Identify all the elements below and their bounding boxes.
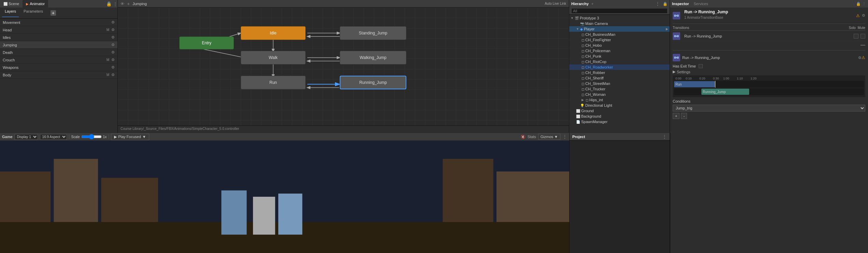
aspect-select[interactable]: 16:9 Aspect — [40, 134, 67, 140]
add-condition-btn[interactable]: + — [673, 113, 680, 119]
graph-add-btn[interactable]: + — [127, 1, 130, 6]
second-transition-row: Run -> Running_Jump ⚙ ⚠ — [673, 53, 865, 63]
tree-item-sheriff[interactable]: ◻ CH_Sheriff — [569, 75, 670, 81]
gear-icon-weapons[interactable]: ⚙ — [111, 65, 115, 70]
gear-icon-body[interactable]: ⚙ — [111, 73, 115, 77]
tree-item-businessman[interactable]: ◻ CH_BusinessMan — [569, 32, 670, 37]
layer-item-head[interactable]: Head M ⚙ — [0, 26, 117, 34]
parameters-tab[interactable]: Parameters — [21, 9, 46, 17]
state-node-walk[interactable]: Walk — [241, 51, 306, 64]
hierarchy-add-btn[interactable]: + — [591, 2, 593, 6]
timeline-track-run[interactable]: Run — [674, 81, 864, 88]
condition-dropdown[interactable]: Jump_trig — [673, 105, 865, 111]
stats-btn[interactable]: Stats — [528, 135, 536, 139]
camera-icon: 📷 — [580, 22, 584, 26]
tree-item-punk[interactable]: ◻ CH_Punk — [569, 54, 670, 59]
menu-icon-inspector[interactable]: ⋮ — [862, 2, 866, 6]
settings-icon-insp[interactable]: ⚙ — [862, 13, 865, 18]
game-content[interactable] — [0, 140, 569, 253]
animator-tab[interactable]: ▶ Animator — [23, 0, 48, 8]
tree-item-main-camera[interactable]: 📷 Main Camera — [569, 21, 670, 26]
tree-item-firefighter[interactable]: ◻ CH_FireFighter — [569, 37, 670, 43]
solo-toggle-1[interactable] — [854, 34, 858, 39]
gear-icon-movement[interactable]: ⚙ — [111, 20, 115, 25]
tree-item-robber[interactable]: ◻ CH_Robber — [569, 70, 670, 75]
second-transition-icon — [673, 54, 680, 61]
layer-item-movement[interactable]: Movement ⚙ — [0, 19, 117, 26]
scene-tab[interactable]: ⬜ Scene — [0, 0, 23, 8]
tree-arrow-player[interactable]: ▼ — [576, 27, 580, 31]
remove-transition-btn[interactable]: — — [860, 42, 865, 47]
three-dots-project[interactable]: ⋮ — [662, 134, 667, 139]
settings-icon-2[interactable]: ⚙ — [858, 56, 862, 60]
tree-item-streetman[interactable]: ◻ CH_StreetMan — [569, 81, 670, 86]
gear-icon-death[interactable]: ⚙ — [111, 50, 115, 55]
tree-item-dirlight[interactable]: 💡 Directional Light — [569, 103, 670, 108]
add-layer-button[interactable]: + — [51, 10, 56, 16]
divider-2 — [673, 50, 865, 50]
tree-item-player[interactable]: ▼ ◆ Player ▶ — [569, 26, 670, 32]
has-exit-time-checkbox[interactable] — [699, 64, 703, 68]
mesh-icon-streetman: ◻ — [582, 82, 584, 86]
tree-arrow-prototype3[interactable]: ▼ — [571, 16, 575, 20]
project-content[interactable] — [570, 140, 670, 253]
services-tab[interactable]: Services — [694, 2, 708, 6]
gizmos-btn[interactable]: Gizmos ▼ — [538, 134, 560, 140]
layer-item-weapons[interactable]: Weapons ⚙ — [0, 64, 117, 71]
state-node-run[interactable]: Run — [241, 76, 306, 89]
gear-icon-idles[interactable]: ⚙ — [111, 35, 115, 40]
layer-item-idles[interactable]: Idles ⚙ — [0, 34, 117, 41]
layer-item-body[interactable]: Body M ⚙ — [0, 71, 117, 79]
three-dots-game[interactable]: ⋮ — [562, 134, 567, 139]
tree-item-background[interactable]: ⬜ Background — [569, 114, 670, 119]
menu-icon[interactable]: ⋮ — [113, 1, 117, 6]
mute-toggle-1[interactable] — [860, 34, 865, 39]
scale-slider[interactable] — [81, 134, 102, 139]
gear-icon-jumping[interactable]: ⚙ — [111, 43, 115, 47]
layer-item-crouch[interactable]: Crouch M ⚙ — [0, 56, 117, 64]
tree-item-hips[interactable]: ▶ ◻ Hips_int — [569, 97, 670, 103]
tree-item-riotcop[interactable]: ◻ CH_RiotCop — [569, 59, 670, 64]
tree-item-hobo[interactable]: ◻ CH_Hobo — [569, 43, 670, 48]
transition-row-1[interactable]: Run -> Running_Jump — [673, 31, 865, 41]
gear-icon-head[interactable]: ⚙ — [111, 28, 115, 32]
layer-item-death[interactable]: Death ⚙ — [0, 49, 117, 56]
transitions-header: Transitions Solo Mute — [673, 26, 865, 31]
tree-item-trucker[interactable]: ◻ CH_Trucker — [569, 86, 670, 92]
tree-item-policeman[interactable]: ◻ CH_Policeman — [569, 48, 670, 54]
state-node-standing-jump[interactable]: Standing_Jump — [340, 26, 406, 40]
play-dropdown-arrow[interactable]: ▼ — [142, 135, 146, 139]
tree-item-prototype3[interactable]: ▼ 🎬 Prototype 3 — [569, 15, 670, 21]
hierarchy-search-input[interactable] — [571, 8, 668, 14]
state-node-idle[interactable]: Idle — [241, 26, 306, 40]
state-node-running-jump[interactable]: Running_Jump — [340, 76, 406, 89]
tree-item-woman[interactable]: ◻ CH_Woman — [569, 92, 670, 97]
game-viewport[interactable] — [0, 140, 569, 253]
inspector-panel: Inspector Services 🔒 ⋮ Run -> Running_Ju… — [670, 0, 868, 133]
tree-item-roadworker[interactable]: ◻ CH_Roadworker — [569, 64, 670, 70]
gear-icon-crouch[interactable]: ⚙ — [111, 58, 115, 62]
timeline-track-running-jump[interactable]: Running_Jump — [674, 88, 864, 95]
auto-live-link[interactable]: Auto Live Link — [545, 2, 566, 5]
tree-arrow-hips[interactable]: ▶ — [582, 98, 586, 102]
three-dots-hierarchy[interactable]: ⋮ — [655, 1, 660, 6]
layers-tab[interactable]: Layers — [2, 9, 19, 17]
hierarchy-search-bar — [569, 8, 670, 15]
display-select[interactable]: Display 1 — [15, 134, 38, 140]
remove-condition-btn[interactable]: - — [681, 113, 687, 119]
divider-1 — [673, 24, 865, 24]
settings-expand[interactable]: ▶ Settings — [673, 70, 865, 74]
expand-arrow-player[interactable]: ▶ — [666, 27, 668, 31]
hierarchy-header: Hierarchy + ⋮ 🔒 — [569, 0, 670, 8]
graph-content[interactable]: Entry Idle Standing_Jump Walk Walking_Ju… — [118, 8, 569, 125]
svg-rect-17 — [677, 57, 679, 59]
tree-item-spawnmanager[interactable]: 📄 SpawnManager — [569, 119, 670, 124]
eye-toggle[interactable]: 👁 — [121, 2, 124, 6]
state-node-walking-jump[interactable]: Walking_Jump — [340, 51, 406, 64]
tree-item-ground[interactable]: ⬜ Ground — [569, 108, 670, 114]
play-focused-btn[interactable]: ▶ Play Focused ▼ — [111, 134, 149, 140]
state-node-entry[interactable]: Entry — [179, 36, 234, 49]
mute-icon[interactable]: 🔇 — [521, 135, 526, 139]
layer-item-jumping[interactable]: Jumping ⚙ — [0, 41, 117, 49]
inspector-title: Inspector — [672, 2, 689, 6]
